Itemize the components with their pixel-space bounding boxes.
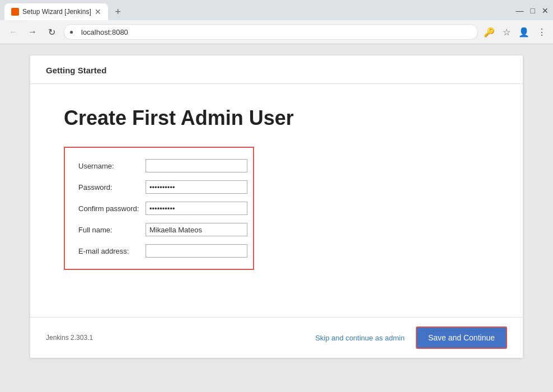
window-controls: — □ ✕	[516, 6, 549, 17]
confirm-password-input[interactable]	[146, 202, 247, 215]
address-input[interactable]: localhost:8080	[64, 24, 478, 40]
lock-icon: ●	[69, 28, 73, 36]
tab-title: Setup Wizard [Jenkins]	[22, 8, 91, 16]
save-continue-button[interactable]: Save and Continue	[416, 326, 507, 349]
page-content: Getting Started Create First Admin User …	[0, 44, 553, 392]
wizard-container: Getting Started Create First Admin User …	[30, 55, 523, 358]
forward-button[interactable]: →	[26, 27, 39, 37]
password-input[interactable]	[146, 180, 247, 194]
wizard-body: Create First Admin User Username: Passwo…	[30, 84, 523, 317]
toolbar-icons: 🔑 ☆ 👤 ⋮	[484, 27, 546, 38]
wizard-header-title: Getting Started	[46, 66, 106, 75]
close-button[interactable]: ✕	[542, 6, 549, 15]
fullname-row: Full name:	[78, 223, 240, 236]
wizard-header: Getting Started	[30, 55, 523, 84]
footer-actions: Skip and continue as admin Save and Cont…	[315, 326, 507, 349]
page-title: Create First Admin User	[64, 106, 294, 130]
wizard-footer: Jenkins 2.303.1 Skip and continue as adm…	[30, 317, 523, 358]
version-label: Jenkins 2.303.1	[46, 334, 93, 342]
confirm-password-row: Confirm password:	[78, 202, 240, 215]
key-icon[interactable]: 🔑	[484, 27, 495, 38]
maximize-button[interactable]: □	[531, 6, 535, 15]
email-input[interactable]	[146, 244, 247, 258]
address-wrapper: ● localhost:8080	[64, 24, 478, 40]
browser-chrome: Setup Wizard [Jenkins] ✕ + — □ ✕ ← → ↻ ●…	[0, 0, 553, 44]
form-container: Username: Password: Confirm password: Fu…	[64, 147, 254, 270]
skip-link[interactable]: Skip and continue as admin	[315, 334, 405, 342]
back-button[interactable]: ←	[7, 27, 20, 37]
username-input[interactable]	[146, 159, 247, 172]
password-row: Password:	[78, 180, 240, 194]
profile-icon[interactable]: 👤	[518, 27, 529, 38]
tab-close-button[interactable]: ✕	[95, 8, 101, 16]
menu-icon[interactable]: ⋮	[537, 27, 546, 38]
confirm-password-label: Confirm password:	[78, 204, 146, 213]
fullname-label: Full name:	[78, 226, 146, 234]
minimize-button[interactable]: —	[516, 6, 524, 15]
browser-tab[interactable]: Setup Wizard [Jenkins] ✕	[4, 3, 108, 20]
title-bar: Setup Wizard [Jenkins] ✕ + — □ ✕	[0, 0, 553, 20]
tab-favicon	[11, 8, 19, 16]
address-bar: ← → ↻ ● localhost:8080 🔑 ☆ 👤 ⋮	[0, 20, 553, 44]
username-row: Username:	[78, 159, 240, 172]
email-row: E-mail address:	[78, 244, 240, 258]
refresh-button[interactable]: ↻	[45, 27, 58, 38]
fullname-input[interactable]	[146, 223, 247, 236]
new-tab-button[interactable]: +	[110, 4, 126, 20]
email-label: E-mail address:	[78, 247, 146, 255]
bookmark-icon[interactable]: ☆	[503, 27, 510, 38]
username-label: Username:	[78, 162, 146, 170]
password-label: Password:	[78, 183, 146, 192]
